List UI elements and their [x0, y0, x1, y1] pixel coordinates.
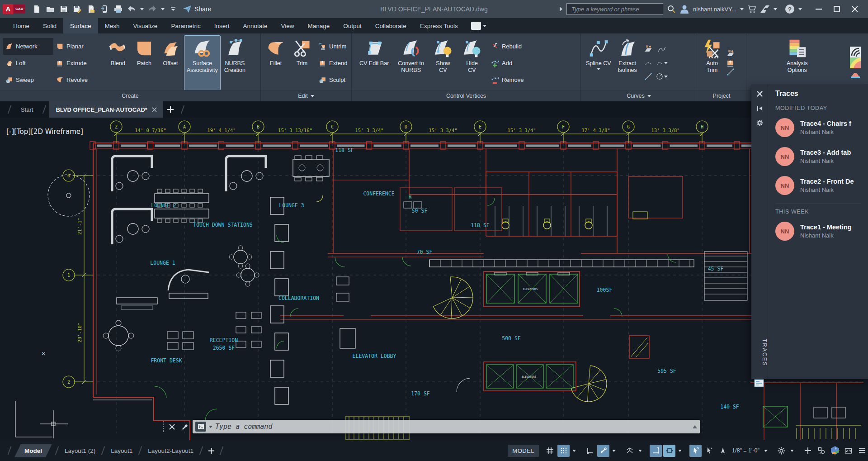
viewport-controls[interactable]: [-][Top][2D Wireframe]	[6, 128, 83, 136]
open-from-web-mobile-icon[interactable]	[85, 3, 97, 15]
extract-isolines-button[interactable]: ExtractIsolines	[615, 36, 640, 90]
snap-mode-toggle[interactable]	[557, 445, 570, 457]
add-cv-button[interactable]: Add	[489, 55, 526, 71]
ribbon-tab-annotate[interactable]: Annotate	[236, 18, 274, 33]
ribbon-tab-mesh[interactable]: Mesh	[98, 18, 127, 33]
ribbon-tab-output[interactable]: Output	[336, 18, 368, 33]
annotation-scale[interactable]: 1/8" = 1'-0"	[730, 447, 761, 454]
grid-display-toggle[interactable]	[544, 445, 556, 457]
drawing-viewport[interactable]: [-][Top][2D Wireframe] M×ZABCDEFGH14'-0 …	[0, 118, 868, 461]
analysis-options-button[interactable]: AnalysisOptions	[784, 36, 810, 90]
remove-cv-button[interactable]: Remove	[489, 71, 526, 88]
model-space-toggle[interactable]: MODEL	[508, 445, 539, 457]
blend-button[interactable]: Blend	[106, 36, 130, 90]
osnap-dropdown-icon[interactable]	[677, 450, 683, 452]
search-icon[interactable]	[667, 5, 676, 14]
save-as-icon[interactable]	[71, 3, 83, 15]
project-to-points-icon[interactable]	[726, 67, 735, 76]
hide-cv-button[interactable]: HideCV	[460, 36, 484, 90]
search-input[interactable]	[571, 5, 659, 13]
convert-to-nurbs-button[interactable]: Convert toNURBS	[396, 36, 426, 90]
layout-tab-layout1[interactable]: Layout1	[108, 447, 135, 454]
layout-tab-layout2-layout1[interactable]: Layout2-Layout1	[145, 447, 196, 454]
ribbon-tab-home[interactable]: Home	[6, 18, 36, 33]
trim-button[interactable]: Trim	[290, 36, 314, 90]
ribbon-tab-express-tools[interactable]: Express Tools	[413, 18, 465, 33]
ribbon-tab-visualize[interactable]: Visualize	[127, 18, 165, 33]
fillet-button[interactable]: Fillet	[264, 36, 288, 90]
minimize-button[interactable]	[812, 3, 826, 15]
search-expand-icon[interactable]	[559, 6, 563, 12]
undo-dropdown-icon[interactable]	[139, 3, 145, 15]
save-to-web-mobile-icon[interactable]	[99, 3, 110, 15]
panel-label-edit[interactable]: Edit	[261, 90, 351, 101]
project-to-ucs-icon[interactable]	[726, 49, 735, 58]
command-history-icon[interactable]	[693, 425, 697, 428]
panel-label-control-vertices[interactable]: Control Vertices	[352, 90, 580, 101]
user-avatar-icon[interactable]	[679, 4, 689, 14]
isodraft-dropdown-icon[interactable]	[637, 450, 643, 452]
show-cv-button[interactable]: ShowCV	[431, 36, 455, 90]
sculpt-button[interactable]: Sculpt	[316, 71, 350, 88]
ribbon-tab-view[interactable]: View	[274, 18, 301, 33]
polar-tracking-toggle[interactable]	[597, 445, 609, 457]
traces-vertical-tab[interactable]: TRACES	[751, 332, 768, 373]
traces-autohide-icon[interactable]	[754, 102, 765, 114]
selection-cycling-toggle[interactable]	[689, 445, 702, 457]
spline-cv-button[interactable]: Spline CV	[584, 36, 613, 90]
user-dropdown-icon[interactable]	[740, 8, 744, 10]
panel-label-create[interactable]: Create	[0, 90, 260, 101]
user-name[interactable]: nishant.naikVY...	[693, 6, 736, 13]
project-geometry-icon[interactable]	[642, 43, 655, 56]
maximize-button[interactable]	[830, 3, 844, 15]
command-line-customize-icon[interactable]	[180, 423, 189, 430]
save-icon[interactable]	[58, 3, 70, 15]
layout-tab-layout1-2-[interactable]: Layout1 (2)	[62, 447, 98, 454]
network-button[interactable]: Network	[3, 38, 53, 55]
autocad-app-menu[interactable]: A CAD	[0, 0, 28, 18]
nurbs-creation-toggle[interactable]: NURBSCreation	[222, 36, 248, 90]
panel-label-curves[interactable]: Curves	[581, 90, 697, 101]
arc-tool-icon[interactable]	[655, 56, 669, 70]
sweep-button[interactable]: Sweep	[3, 71, 53, 88]
close-tab-icon[interactable]	[152, 107, 157, 112]
plot-icon[interactable]	[112, 3, 124, 15]
command-prompt[interactable]: Type a command	[215, 423, 690, 431]
ribbon-tab-insert[interactable]: Insert	[208, 18, 236, 33]
redo-icon[interactable]	[146, 3, 158, 15]
patch-button[interactable]: Patch	[132, 36, 156, 90]
command-input-bar[interactable]: Type a command	[193, 420, 700, 433]
arc-dashed-icon[interactable]	[642, 56, 655, 70]
graphics-performance-toggle[interactable]	[829, 445, 841, 457]
snap-dropdown-icon[interactable]	[571, 450, 577, 452]
command-line-close-icon[interactable]	[167, 424, 176, 430]
traces-toolbar-icon[interactable]	[754, 379, 764, 387]
scale-dropdown-icon[interactable]	[763, 450, 769, 452]
new-drawing-tab-button[interactable]	[163, 101, 178, 118]
traces-close-icon[interactable]	[754, 88, 765, 100]
ribbon-tab-solid[interactable]: Solid	[36, 18, 63, 33]
dynamic-input-toggle[interactable]	[703, 445, 715, 457]
new-layout-button[interactable]	[206, 447, 217, 454]
rebuild-button[interactable]: Rebuild	[489, 38, 526, 55]
ribbon-tab-surface[interactable]: Surface	[63, 18, 98, 33]
help-icon[interactable]: ?	[785, 4, 795, 14]
workspace-dropdown-icon[interactable]	[789, 450, 795, 452]
clean-screen-toggle[interactable]	[842, 445, 854, 457]
layout-tab-model[interactable]: Model	[14, 444, 52, 457]
traces-settings-icon[interactable]	[754, 117, 765, 128]
curvature-analysis-icon[interactable]	[850, 57, 861, 68]
file-tab-active-drawing[interactable]: BLVD OFFICE_PLAN-AUTOCAD*	[49, 101, 163, 118]
revolve-button[interactable]: Revolve	[53, 71, 104, 88]
annotation-visibility-toggle[interactable]	[717, 445, 729, 457]
workspace-switcher-icon[interactable]	[471, 18, 486, 33]
extrude-button[interactable]: Extrude	[53, 55, 104, 71]
surface-associativity-toggle[interactable]: SurfaceAssociativity	[184, 36, 220, 90]
autodesk-logo-icon[interactable]	[760, 5, 770, 13]
isometric-drafting-toggle[interactable]	[623, 445, 636, 457]
redo-dropdown-icon[interactable]	[160, 3, 165, 15]
panel-label-project[interactable]: Project	[697, 90, 746, 101]
extend-button[interactable]: Extend	[316, 55, 350, 71]
untrim-button[interactable]: Untrim	[316, 38, 350, 55]
trace-item[interactable]: NNTrace4 - Chairs fNishant Naik	[775, 113, 868, 142]
